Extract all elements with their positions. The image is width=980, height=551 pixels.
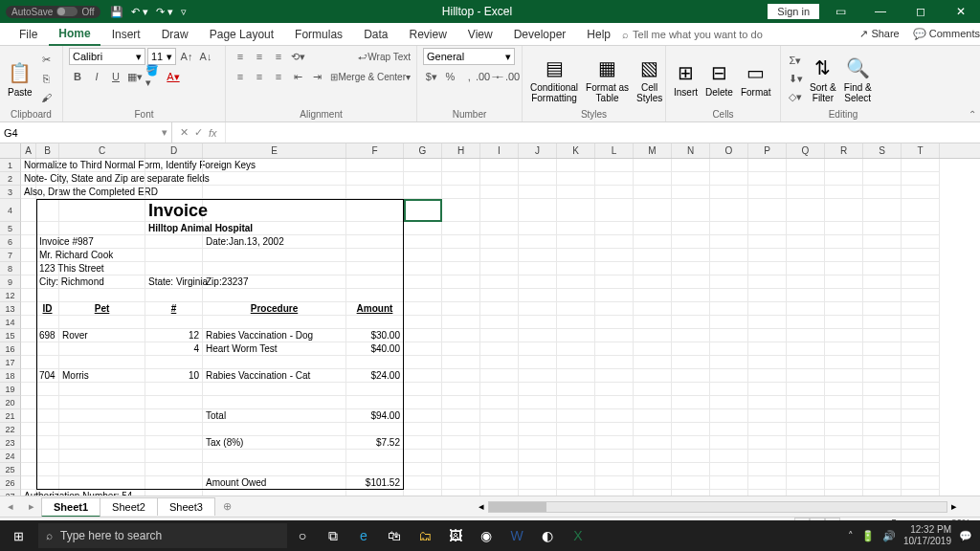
cell-Q16[interactable] [787, 342, 825, 356]
cell-K21[interactable] [557, 409, 595, 423]
cell-R20[interactable] [825, 396, 863, 409]
cell-F23[interactable]: $7.52 [346, 436, 404, 450]
cell-A4[interactable] [21, 199, 36, 222]
cell-O14[interactable] [710, 316, 748, 329]
cell-E17[interactable] [203, 356, 346, 369]
cell-S16[interactable] [863, 342, 902, 356]
cell-N5[interactable] [672, 222, 710, 235]
cell-H25[interactable] [442, 463, 480, 476]
clock[interactable]: 12:32 PM 10/17/2019 [903, 524, 951, 547]
cell-R17[interactable] [825, 356, 863, 369]
cell-C9[interactable] [59, 276, 145, 289]
cell-Q17[interactable] [787, 356, 825, 369]
cell-I20[interactable] [480, 396, 519, 409]
cell-O23[interactable] [710, 436, 748, 450]
cell-I2[interactable] [480, 172, 519, 186]
cell-B8[interactable]: 123 This Street [36, 262, 59, 276]
col-header-N[interactable]: N [672, 143, 710, 158]
cell-O8[interactable] [710, 262, 748, 276]
align-bottom-icon[interactable]: ≡ [270, 48, 287, 65]
cell-H16[interactable] [442, 342, 480, 356]
cell-M24[interactable] [634, 450, 672, 463]
cell-L26[interactable] [595, 476, 634, 490]
cell-C5[interactable] [59, 222, 145, 235]
cell-D18[interactable]: 10 [145, 369, 203, 383]
cell-H18[interactable] [442, 369, 480, 383]
cell-T13[interactable] [902, 302, 940, 316]
sheet-tab-sheet3[interactable]: Sheet3 [157, 497, 215, 516]
cell-D3[interactable] [145, 186, 203, 199]
cell-P24[interactable] [748, 450, 787, 463]
cell-N7[interactable] [672, 249, 710, 262]
cell-C3[interactable] [59, 186, 145, 199]
cell-R5[interactable] [825, 222, 863, 235]
cell-H13[interactable] [442, 302, 480, 316]
cell-G16[interactable] [404, 342, 442, 356]
cell-H23[interactable] [442, 436, 480, 450]
cancel-formula-icon[interactable]: ✕ [180, 126, 189, 139]
cell-O17[interactable] [710, 356, 748, 369]
cell-A25[interactable] [21, 463, 36, 476]
cell-B25[interactable] [36, 463, 59, 476]
excel-icon[interactable]: X [563, 528, 593, 543]
cell-H24[interactable] [442, 450, 480, 463]
cell-S8[interactable] [863, 262, 902, 276]
cell-B7[interactable]: Mr. Richard Cook [36, 249, 59, 262]
volume-icon[interactable]: 🔊 [882, 530, 896, 542]
cell-M5[interactable] [634, 222, 672, 235]
cell-G3[interactable] [404, 186, 442, 199]
cell-L19[interactable] [595, 383, 634, 396]
paste-button[interactable]: 📋 Paste [6, 59, 34, 98]
cell-S12[interactable] [863, 289, 902, 302]
cell-M16[interactable] [634, 342, 672, 356]
cell-D2[interactable] [145, 172, 203, 186]
cell-L7[interactable] [595, 249, 634, 262]
cell-D19[interactable] [145, 383, 203, 396]
cell-F14[interactable] [346, 316, 404, 329]
cell-I1[interactable] [480, 159, 519, 172]
cell-O20[interactable] [710, 396, 748, 409]
row-header[interactable]: 20 [0, 396, 21, 409]
cell-J1[interactable] [519, 159, 557, 172]
row-header[interactable]: 19 [0, 383, 21, 396]
insert-cells-button[interactable]: ⊞Insert [672, 59, 700, 98]
cell-B19[interactable] [36, 383, 59, 396]
cell-D20[interactable] [145, 396, 203, 409]
notifications-icon[interactable]: 💬 [959, 530, 972, 542]
cell-G25[interactable] [404, 463, 442, 476]
taskbar-search[interactable]: ⌕ Type here to search [38, 523, 287, 548]
cell-H12[interactable] [442, 289, 480, 302]
cell-B13[interactable]: ID [36, 302, 59, 316]
font-name-select[interactable]: Calibri▾ [69, 48, 145, 65]
cell-F12[interactable] [346, 289, 404, 302]
cell-T1[interactable] [902, 159, 940, 172]
cell-C22[interactable] [59, 423, 145, 436]
cell-B4[interactable] [36, 199, 59, 222]
cell-J7[interactable] [519, 249, 557, 262]
cell-R26[interactable] [825, 476, 863, 490]
cell-C6[interactable] [59, 235, 145, 249]
cell-L3[interactable] [595, 186, 634, 199]
tab-draw[interactable]: Draw [152, 24, 198, 45]
minimize-icon[interactable]: — [861, 5, 900, 18]
tab-data[interactable]: Data [354, 24, 397, 45]
cell-I4[interactable] [480, 199, 519, 222]
cell-A21[interactable] [21, 409, 36, 423]
col-header-D[interactable]: D [145, 143, 203, 158]
cell-L5[interactable] [595, 222, 634, 235]
format-cells-button[interactable]: ▭Format [739, 59, 773, 98]
cell-P18[interactable] [748, 369, 787, 383]
cell-E22[interactable] [203, 423, 346, 436]
cell-N6[interactable] [672, 235, 710, 249]
comments-button[interactable]: 💬 Comments [913, 28, 980, 40]
row-header[interactable]: 15 [0, 329, 21, 342]
align-left-icon[interactable]: ≡ [232, 68, 249, 85]
cell-T21[interactable] [902, 409, 940, 423]
cell-P9[interactable] [748, 276, 787, 289]
cell-R4[interactable] [825, 199, 863, 222]
cell-S21[interactable] [863, 409, 902, 423]
cell-I21[interactable] [480, 409, 519, 423]
cell-A2[interactable]: Note- City, State and Zip are separate f… [21, 172, 36, 186]
cell-J9[interactable] [519, 276, 557, 289]
col-header-S[interactable]: S [863, 143, 902, 158]
